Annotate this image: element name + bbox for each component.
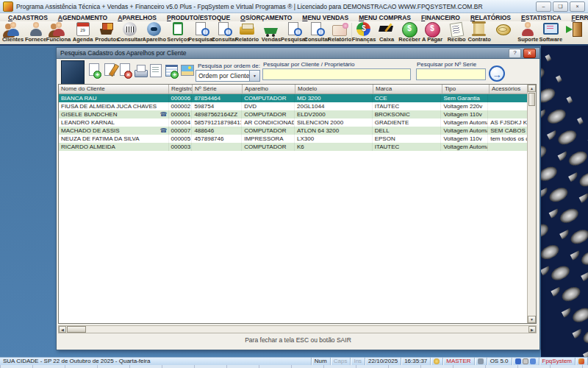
menu-compras[interactable]: MENU COMPRAS (354, 14, 416, 21)
products-cart-icon (98, 21, 117, 37)
toolbar-button-clientes[interactable]: Clientes (1, 21, 24, 44)
toolbar-button-aparelho[interactable]: Aparelho (143, 21, 165, 44)
status-location: SUA CIDADE - SP 22 de Outubro de 2025 - … (0, 358, 312, 365)
horizontal-scroll-track[interactable] (87, 326, 528, 333)
cell-modelo: ATLON 64 3200 (295, 127, 373, 135)
phone-icon: ☎ (160, 110, 168, 118)
menu-produto-estoque[interactable]: PRODUTO/ESTOQUE (162, 14, 235, 21)
print-icon[interactable] (134, 63, 148, 79)
table-row[interactable]: RICARDO ALMEIDA000003COMPUTADORK6ITAUTEC… (59, 143, 528, 151)
serie-search-input[interactable] (416, 68, 486, 80)
window-title: Programa Assistência Técnica + Vendas + … (16, 3, 536, 10)
grid-export-icon[interactable] (165, 63, 179, 79)
cell-registro: 000007 (169, 127, 193, 135)
toolbar-button-moeda[interactable] (492, 21, 515, 44)
scroll-right-icon[interactable]: ▶ (528, 326, 536, 333)
toolbar-button-pesquisar-os[interactable]: Pesquisar (190, 21, 212, 44)
cell-name: MACHADO DE ASSIS☎ (59, 127, 169, 135)
horizontal-scrollbar[interactable]: ◀ ▶ (58, 325, 537, 333)
table-row[interactable]: FIUSA DE ALMEIDA JUCA CHAVES000002598754… (59, 102, 528, 110)
menu-cadastros[interactable]: CADASTROS (3, 14, 53, 21)
status-user: MASTER (443, 358, 474, 365)
monitor-icon (530, 358, 536, 364)
menu-os-orcamento[interactable]: OS/ORÇAMENTO (235, 14, 297, 21)
horizontal-scroll-thumb[interactable] (67, 326, 86, 333)
col-modelo[interactable]: Modelo (295, 85, 373, 93)
col-nome[interactable]: Nome do Cliente (59, 85, 169, 93)
col-serie[interactable]: Nº Série (193, 85, 243, 93)
delete-record-icon[interactable] (118, 63, 132, 79)
toolbar-button-relatorio-vendas[interactable]: Relatório (328, 21, 351, 44)
toolbar-button-vendas[interactable]: Vendas (259, 21, 282, 44)
cell-registro: 000001 (169, 110, 193, 118)
cell-tipo: Sem Garantia (441, 94, 488, 102)
menu-estatistica[interactable]: ESTATISTICA (516, 14, 566, 21)
minimize-button[interactable]: – (536, 1, 551, 12)
toolbar-button-pesquisar-vendas[interactable]: Pesquisar (282, 21, 305, 44)
toolbar-button-sair[interactable] (564, 21, 587, 44)
toolbar-button-consultar-vendas[interactable]: Consultar (305, 21, 328, 44)
add-record-icon[interactable] (87, 63, 101, 79)
col-aparelho[interactable]: Aparelho (243, 85, 295, 93)
table-row[interactable]: MACHADO DE ASSIS☎000007488646COMPUTADORA… (59, 127, 528, 135)
col-marca[interactable]: Marca (373, 85, 442, 93)
toolbar-button-software[interactable]: Software (539, 21, 562, 44)
vertical-scroll-thumb[interactable] (528, 93, 535, 106)
toolbar-button-receber[interactable]: Receber (398, 21, 421, 44)
table-row[interactable]: NEUZA DE FATIMA DA SILVA000005457898746I… (59, 135, 528, 143)
vertical-scrollbar[interactable]: ▲ ▼ (527, 85, 536, 323)
toolbar-button-produtos[interactable]: Produtos (96, 21, 118, 44)
cell-marca: CCE (373, 94, 442, 102)
cell-name: FIUSA DE ALMEIDA JUCA CHAVES (59, 102, 169, 110)
barcode-icon (121, 21, 140, 37)
toolbar-button-caixa[interactable]: Caixa (376, 21, 398, 44)
toolbar-button-suporte[interactable]: Suporte (517, 21, 539, 44)
scroll-down-icon[interactable]: ▼ (528, 316, 536, 323)
order-select[interactable]: Ordem por Cliente ▼ (196, 70, 260, 82)
toolbar-button-fornece[interactable]: Fornece (24, 21, 47, 44)
toolbar-button-agenda[interactable]: Agenda (71, 21, 94, 44)
toolbar-button-funciona[interactable]: Funciona (47, 21, 70, 44)
toolbar-button-recibo[interactable]: Recibo (445, 21, 468, 44)
menu-ferramentas[interactable]: FERRAMENTAS (567, 14, 588, 21)
client-search-input[interactable] (262, 68, 411, 80)
col-registro[interactable]: Registro (169, 85, 193, 93)
toolbar-button-contrato[interactable]: Contrato (468, 21, 491, 44)
cell-serie: 457898746 (192, 135, 242, 143)
go-search-button[interactable]: → (489, 66, 505, 82)
cell-aparelho: DVD (242, 102, 295, 110)
cell-name: GISELE BUNDCHEN☎ (59, 110, 169, 118)
view-doc-icon (215, 21, 234, 37)
menu-relatorios[interactable]: RELATÓRIOS (465, 14, 516, 21)
photo-icon[interactable] (180, 63, 194, 79)
col-acessorios[interactable]: Acessórios (490, 85, 529, 93)
finance-pie-icon (354, 21, 373, 37)
scroll-up-icon[interactable]: ▲ (528, 85, 536, 92)
edit-record-icon[interactable] (103, 63, 117, 79)
toolbar-button-relatorio-os[interactable]: Relatório (235, 21, 258, 44)
scroll-left-icon[interactable]: ◀ (59, 326, 66, 333)
toolbar-button-consultar-os[interactable]: Consultar (212, 21, 235, 44)
cell-marca: ITAUTEC (373, 143, 442, 151)
contract-icon (470, 21, 489, 37)
table-row[interactable]: GISELE BUNDCHEN☎00000148987562164ZZCOMPU… (59, 110, 528, 118)
dialog-help-button[interactable]: ? (509, 49, 521, 58)
menu-agendamento[interactable]: AGENDAMENTO (53, 14, 112, 21)
close-button[interactable]: × (570, 1, 585, 12)
notes-icon[interactable] (149, 63, 163, 79)
dialog-close-button[interactable]: x (523, 49, 536, 58)
menu-bar: CADASTROS AGENDAMENTO APARELHOS PRODUTO/… (0, 13, 588, 21)
menu-financeiro[interactable]: FINANCEIRO (416, 14, 465, 21)
dialog-title-bar: Pesquisa Cadastro dos Aparelhos por Clie… (57, 48, 539, 59)
toolbar-button-consultar-produto[interactable]: Consultar (118, 21, 141, 44)
toolbar-button-a-pagar[interactable]: A Pagar (421, 21, 444, 44)
toolbar-button-financas[interactable]: Finanças (353, 21, 376, 44)
menu-vendas[interactable]: MENU VENDAS (297, 14, 354, 21)
table-row[interactable]: LEANDRO KARNAL00000458579121879841327897… (59, 118, 528, 127)
status-brand: FpqSystem (539, 358, 576, 365)
toolbar-button-servicos[interactable]: Serviços (167, 21, 190, 44)
menu-aparelhos[interactable]: APARELHOS (112, 14, 162, 21)
maximize-button[interactable]: ❏ (553, 1, 568, 12)
col-tipo[interactable]: Tipo (442, 85, 490, 93)
table-row[interactable]: BIANCA RAU00000687854464COMPUTADORMD 320… (59, 94, 528, 102)
